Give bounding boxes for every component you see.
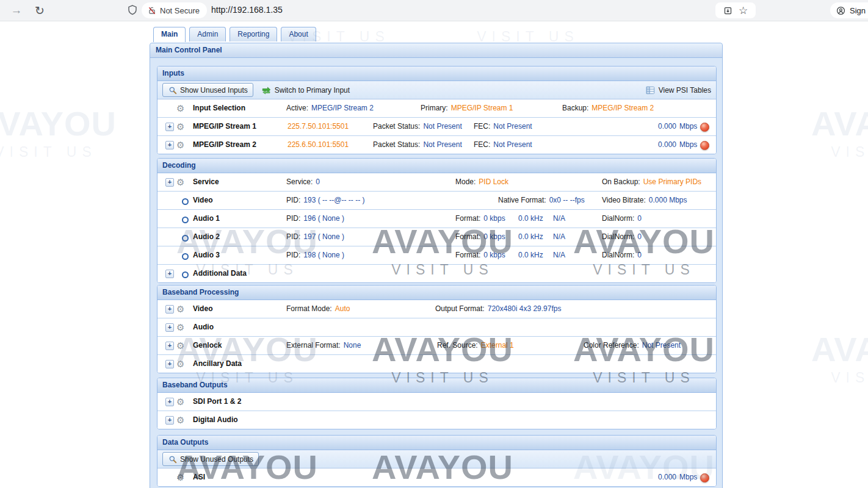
external-format-cell: External Format:None (286, 337, 361, 354)
reload-icon[interactable]: ↻ (32, 2, 48, 18)
baseband-processing-section: Baseband Processing + ⚙ Video Format Mod… (157, 285, 717, 373)
format-mode-cell: Format Mode:Auto (286, 300, 350, 318)
save-page-icon[interactable] (723, 6, 732, 15)
tab-about[interactable]: About (281, 27, 316, 41)
show-unused-inputs-button[interactable]: Show Unused Inputs (162, 83, 253, 97)
format-mode-label: Format Mode: (286, 304, 332, 313)
bookmark-star-icon[interactable]: ☆ (739, 5, 748, 16)
format-label: Format: (455, 214, 480, 223)
pid-cell: PID:196 ( None ) (286, 210, 344, 228)
fec-cell: FEC:Not Present (474, 136, 532, 154)
mpeg-stream-1-row[interactable]: + ⚙ MPEG/IP Stream 1 225.7.50.101:5501 P… (157, 118, 716, 136)
pid-label: PID: (286, 251, 300, 259)
gear-icon[interactable]: ⚙ (176, 393, 184, 411)
gear-icon[interactable]: ⚙ (176, 173, 184, 191)
format-cell: Format:0 kbps (455, 210, 505, 228)
expand-icon[interactable]: + (165, 178, 174, 187)
audio3-row[interactable]: Audio 3 PID:198 ( None ) Format:0 kbps 0… (157, 246, 716, 265)
na-value: N/A (553, 210, 565, 228)
gear-icon[interactable]: ⚙ (176, 355, 184, 373)
mode-value: PID Lock (479, 178, 508, 186)
active-value: MPEG/IP Stream 2 (311, 104, 374, 112)
gear-icon[interactable]: ⚙ (176, 318, 184, 336)
native-format-cell: Native Format:0x0 -- --fps (498, 192, 585, 209)
show-unused-outputs-button[interactable]: Show Unused Outputs (162, 452, 259, 466)
bullet-icon (182, 253, 189, 260)
digital-audio-row[interactable]: + ⚙ Digital Audio (157, 411, 716, 429)
show-unused-outputs-label: Show Unused Outputs (180, 455, 253, 464)
ref-source-value: External 1 (481, 341, 514, 350)
address-url[interactable]: http://192.168.1.35 (211, 5, 283, 15)
dialnorm-cell: DialNorm:0 (602, 228, 642, 246)
dialnorm-value: 0 (637, 232, 642, 241)
packet-status-cell: Packet Status:Not Present (373, 136, 462, 154)
video-row[interactable]: Video PID:193 ( -- --@-- -- -- ) Native … (157, 192, 716, 210)
mpeg-stream-2-row[interactable]: + ⚙ MPEG/IP Stream 2 225.6.50.101:5501 P… (157, 136, 716, 154)
tab-main[interactable]: Main (153, 27, 186, 42)
toolbar-pill: ☆ (715, 2, 756, 18)
khz-value: 0.0 kHz (518, 210, 543, 228)
data-outputs-title: Data Outputs (157, 436, 716, 450)
expand-icon[interactable]: + (165, 342, 174, 350)
asi-row[interactable]: ⚙ ASI 0.000 Mbps (157, 468, 716, 486)
shield-icon[interactable] (127, 4, 138, 18)
genlock-row[interactable]: + ⚙ Genlock External Format:None Ref. So… (157, 337, 716, 355)
tab-admin[interactable]: Admin (189, 27, 226, 41)
pid-cell: PID:193 ( -- --@-- -- -- ) (286, 192, 365, 209)
expand-icon[interactable]: + (165, 323, 174, 332)
video-bitrate-cell: Video Bitrate:0.000 Mbps (602, 192, 687, 209)
format-label: Format: (455, 251, 480, 259)
dialnorm-label: DialNorm: (602, 214, 634, 223)
expand-icon[interactable]: + (165, 360, 174, 368)
bbp-video-row[interactable]: + ⚙ Video Format Mode:Auto Output Format… (157, 300, 716, 318)
video-bitrate-value: 0.000 Mbps (649, 196, 687, 204)
gear-icon[interactable]: ⚙ (176, 411, 184, 429)
gear-icon[interactable]: ⚙ (176, 118, 184, 135)
ancillary-data-row[interactable]: + ⚙ Ancillary Data (157, 355, 716, 373)
input-selection-row[interactable]: ⚙ Input Selection Active:MPEG/IP Stream … (157, 99, 716, 118)
external-format-value: None (344, 341, 361, 350)
forward-icon[interactable]: → (9, 2, 24, 18)
expand-icon[interactable]: + (165, 270, 174, 278)
gear-icon[interactable]: ⚙ (176, 99, 184, 117)
sign-in-button[interactable]: Sign in (830, 2, 868, 18)
expand-icon[interactable]: + (165, 123, 174, 131)
expand-icon[interactable]: + (165, 141, 174, 149)
switch-to-primary-button[interactable]: Switch to Primary Input (262, 85, 350, 95)
output-format-label: Output Format: (435, 304, 485, 313)
expand-icon[interactable]: + (165, 398, 174, 406)
packet-status-label: Packet Status: (373, 122, 420, 131)
gear-icon[interactable]: ⚙ (176, 337, 184, 354)
row-title: SDI Port 1 & 2 (193, 393, 241, 411)
service-label: Service: (286, 178, 313, 186)
tab-bar: Main Admin Reporting About (153, 27, 316, 42)
inputs-toolbar: Show Unused Inputs Switch to Primary Inp… (157, 81, 716, 99)
site-security-chip[interactable]: Not Secure (142, 2, 207, 18)
broken-lock-icon (147, 6, 156, 15)
service-row[interactable]: + ⚙ Service Service:0 Mode:PID Lock On B… (157, 173, 716, 192)
switch-to-primary-label: Switch to Primary Input (275, 86, 350, 95)
fec-label: FEC: (474, 140, 490, 149)
gear-icon[interactable]: ⚙ (176, 136, 184, 154)
format-cell: Format:0 kbps (455, 246, 505, 264)
color-reference-cell: Color Reference:Not Present (584, 337, 681, 354)
gear-icon[interactable]: ⚙ (176, 468, 184, 486)
color-reference-label: Color Reference: (584, 341, 639, 350)
audio1-row[interactable]: Audio 1 PID:196 ( None ) Format:0 kbps 0… (157, 210, 716, 228)
audio2-row[interactable]: Audio 2 PID:197 ( None ) Format:0 kbps 0… (157, 228, 716, 246)
gear-icon[interactable]: ⚙ (176, 300, 184, 318)
service-cell: Service:0 (286, 173, 320, 191)
view-psi-tables-button[interactable]: View PSI Tables (646, 85, 711, 95)
na-value: N/A (553, 228, 565, 246)
row-title: MPEG/IP Stream 2 (193, 136, 256, 154)
expand-icon[interactable]: + (165, 305, 174, 314)
baseband-processing-title: Baseband Processing (157, 285, 716, 300)
format-cell: Format:0 kbps (455, 228, 505, 246)
additional-data-row[interactable]: + Additional Data (157, 265, 716, 282)
sdi-port-row[interactable]: + ⚙ SDI Port 1 & 2 (157, 393, 716, 411)
bbp-audio-row[interactable]: + ⚙ Audio (157, 318, 716, 337)
tab-reporting[interactable]: Reporting (230, 27, 277, 41)
color-reference-value: Not Present (642, 341, 681, 350)
on-backup-label: On Backup: (602, 178, 640, 186)
expand-icon[interactable]: + (165, 416, 174, 425)
